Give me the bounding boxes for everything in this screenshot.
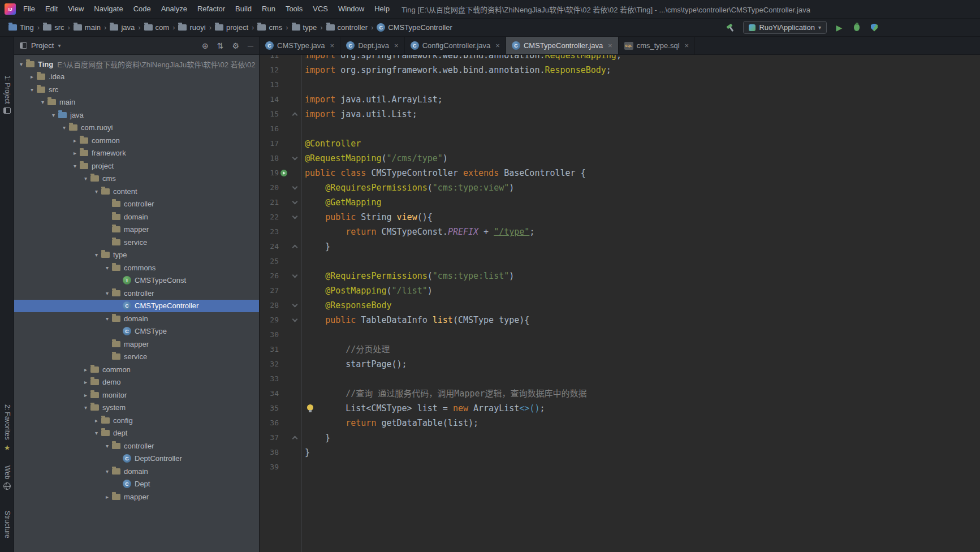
coverage-button[interactable] bbox=[869, 23, 879, 33]
line-number[interactable]: 26 bbox=[260, 269, 279, 283]
run-config-selector[interactable]: RuoYiApplication ▾ bbox=[743, 21, 827, 34]
tree-collapsed-arrow-icon[interactable]: ▸ bbox=[81, 379, 90, 385]
tree-expanded-arrow-icon[interactable]: ▾ bbox=[92, 252, 101, 258]
stripe-button-project[interactable]: 1: Project bbox=[0, 75, 14, 114]
tree-expanded-arrow-icon[interactable]: ▾ bbox=[16, 61, 26, 67]
code-line[interactable]: 34 //查询 通过服务代码，调用Mapper逻辑，查询数据库中的数据 bbox=[260, 386, 980, 401]
line-number[interactable]: 17 bbox=[260, 136, 279, 151]
tree-expanded-arrow-icon[interactable]: ▾ bbox=[102, 468, 112, 475]
code-line[interactable]: 27 @PostMapping("/list") bbox=[260, 283, 980, 298]
code-line[interactable]: 38} bbox=[260, 445, 980, 460]
close-icon[interactable]: × bbox=[330, 41, 335, 50]
tree-item-common[interactable]: ▸common bbox=[14, 134, 259, 147]
code-line[interactable]: 29 public TableDataInfo list(CMSType typ… bbox=[260, 313, 980, 327]
line-number[interactable]: 37 bbox=[260, 430, 279, 445]
code-line[interactable]: 31 //分页处理 bbox=[260, 342, 980, 357]
breadcrumb-controller[interactable]: controller bbox=[323, 22, 370, 33]
tree-item-dept[interactable]: ▾dept bbox=[14, 427, 259, 440]
tree-collapsed-arrow-icon[interactable]: ▸ bbox=[70, 137, 80, 144]
run-button[interactable]: ▶ bbox=[834, 23, 844, 33]
line-number[interactable]: 36 bbox=[260, 416, 279, 430]
tree-collapsed-arrow-icon[interactable]: ▸ bbox=[70, 150, 80, 156]
code-line[interactable]: 20 @RequiresPermissions("cms:type:view") bbox=[260, 180, 980, 195]
line-number[interactable]: 21 bbox=[260, 195, 279, 210]
tree-collapsed-arrow-icon[interactable]: ▸ bbox=[81, 366, 90, 373]
tree-item-main[interactable]: ▾main bbox=[14, 96, 259, 109]
tree-expanded-arrow-icon[interactable]: ▾ bbox=[38, 99, 48, 105]
code-line[interactable]: 16 bbox=[260, 122, 980, 136]
menu-item-view[interactable]: View bbox=[63, 0, 89, 18]
breadcrumb-project[interactable]: project bbox=[212, 22, 251, 33]
tree-item-domain[interactable]: domain bbox=[14, 210, 259, 223]
close-icon[interactable]: × bbox=[394, 41, 399, 50]
fold-down-icon[interactable] bbox=[292, 199, 298, 205]
line-number[interactable]: 35 bbox=[260, 401, 279, 416]
chevron-down-icon[interactable]: ▾ bbox=[58, 42, 61, 49]
tree-expanded-arrow-icon[interactable]: ▾ bbox=[49, 112, 58, 118]
tree-item-java[interactable]: ▾java bbox=[14, 109, 259, 122]
tab-CMSType.java[interactable]: CCMSType.java× bbox=[260, 37, 340, 54]
tree-item-service[interactable]: service bbox=[14, 351, 259, 364]
line-number[interactable]: 32 bbox=[260, 357, 279, 372]
code-line[interactable]: 22 public String view(){ bbox=[260, 210, 980, 225]
line-number[interactable]: 29 bbox=[260, 313, 279, 327]
code-line[interactable]: 39 bbox=[260, 460, 980, 475]
line-number[interactable]: 15 bbox=[260, 107, 279, 122]
line-number[interactable]: 12 bbox=[260, 63, 279, 77]
tree-item-cms[interactable]: ▾cms bbox=[14, 172, 259, 186]
tree-item-domain[interactable]: ▾domain bbox=[14, 312, 259, 325]
tree-item-config[interactable]: ▸config bbox=[14, 414, 259, 427]
line-number[interactable]: 39 bbox=[260, 460, 279, 475]
line-number[interactable]: 27 bbox=[260, 283, 279, 298]
code-line[interactable]: 15import java.util.List; bbox=[260, 107, 980, 122]
menu-item-edit[interactable]: Edit bbox=[40, 0, 63, 18]
tree-item-ting[interactable]: ▾TingE:\从百度网盘下载的资料\ZhiNengJiaJu软件\软件\02 … bbox=[14, 58, 259, 71]
breadcrumb-cms[interactable]: cms bbox=[254, 22, 285, 33]
hide-panel-icon[interactable]: ─ bbox=[248, 41, 253, 50]
menu-item-window[interactable]: Window bbox=[333, 0, 369, 18]
fold-up-icon[interactable] bbox=[292, 436, 298, 442]
breadcrumb-src[interactable]: src bbox=[40, 22, 67, 33]
fold-down-icon[interactable] bbox=[292, 214, 298, 219]
code-line[interactable]: 17@Controller bbox=[260, 136, 980, 151]
breadcrumb-java[interactable]: java bbox=[107, 22, 137, 33]
tree-item-controller[interactable]: ▾controller bbox=[14, 287, 259, 300]
line-number[interactable]: 16 bbox=[260, 122, 279, 136]
tree-item-cmstypeconst[interactable]: ICMSTypeConst bbox=[14, 274, 259, 287]
code-line[interactable]: 37 } bbox=[260, 430, 980, 445]
menu-item-analyze[interactable]: Analyze bbox=[156, 0, 192, 18]
tree-item-common[interactable]: ▸common bbox=[14, 363, 259, 376]
line-number[interactable]: 24 bbox=[260, 239, 279, 254]
breadcrumb-com[interactable]: com bbox=[141, 22, 172, 33]
close-icon[interactable]: × bbox=[495, 41, 500, 50]
breadcrumb-ting[interactable]: Ting bbox=[6, 22, 37, 33]
intention-bulb-icon[interactable] bbox=[307, 404, 313, 411]
menu-item-build[interactable]: Build bbox=[230, 0, 257, 18]
code-line[interactable]: 19public class CMSTypeController extends… bbox=[260, 166, 980, 180]
tree-item-com.ruoyi[interactable]: ▾com.ruoyi bbox=[14, 122, 259, 135]
breadcrumb-ruoyi[interactable]: ruoyi bbox=[175, 22, 208, 33]
tab-Dept.java[interactable]: CDept.java× bbox=[340, 37, 405, 54]
tree-expanded-arrow-icon[interactable]: ▾ bbox=[102, 443, 112, 449]
line-number[interactable]: 33 bbox=[260, 372, 279, 386]
line-number[interactable]: 34 bbox=[260, 386, 279, 401]
tree-item-service[interactable]: service bbox=[14, 236, 259, 249]
line-number[interactable]: 13 bbox=[260, 77, 279, 92]
tab-CMSTypeController.java[interactable]: CCMSTypeController.java× bbox=[506, 37, 619, 54]
code-line[interactable]: 25 bbox=[260, 254, 980, 269]
line-number[interactable]: 23 bbox=[260, 225, 279, 239]
tree-item-system[interactable]: ▾system bbox=[14, 402, 259, 415]
tree-item-type[interactable]: ▾type bbox=[14, 249, 259, 262]
locate-file-icon[interactable]: ⊕ bbox=[202, 41, 209, 50]
line-number[interactable]: 22 bbox=[260, 210, 279, 225]
gear-icon[interactable]: ⚙ bbox=[232, 41, 240, 50]
breadcrumb-cmstypecontroller[interactable]: CCMSTypeController bbox=[374, 22, 455, 33]
line-number[interactable]: 25 bbox=[260, 254, 279, 269]
code-line[interactable]: 30 bbox=[260, 327, 980, 342]
build-button[interactable] bbox=[726, 23, 736, 33]
tree-item-src[interactable]: ▾src bbox=[14, 83, 259, 96]
tree-expanded-arrow-icon[interactable]: ▾ bbox=[70, 163, 80, 169]
tree-item-mapper[interactable]: mapper bbox=[14, 338, 259, 351]
tree-expanded-arrow-icon[interactable]: ▾ bbox=[27, 87, 37, 93]
line-number[interactable]: 19 bbox=[260, 166, 279, 180]
